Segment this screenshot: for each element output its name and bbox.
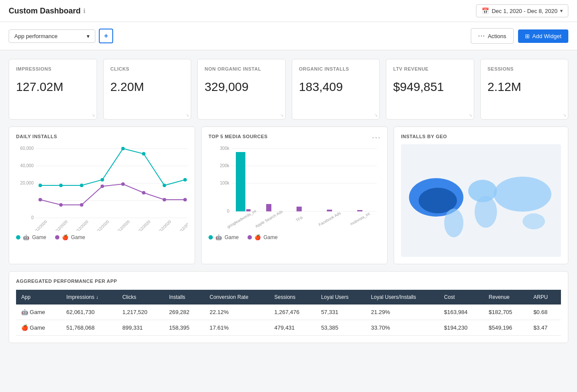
legend-media-android: 🤖 Game [209, 234, 239, 240]
header-left: Custom Dashboard ℹ [9, 6, 85, 16]
three-dots-menu[interactable]: ··· [372, 133, 381, 142]
th-loyal-usersinstalls: Loyal Users/Installs [366, 290, 439, 305]
table-cell: 62,061,730 [61, 305, 117, 320]
sa-region [444, 208, 463, 237]
svg-text:40,000: 40,000 [20, 163, 34, 168]
svg-point-11 [80, 184, 83, 187]
toolbar: App performance ▾ + ··· Actions ⊞ Add Wi… [0, 22, 577, 50]
kpi-card-sessions: SESSIONS 2.12M ↘ [480, 59, 569, 120]
daily-installs-legend: 🤖 Game 🍎 Game [16, 234, 188, 240]
bar-apple-4 [357, 210, 362, 211]
svg-point-12 [101, 178, 104, 181]
aggregated-table-title: AGGREGATED PERFORMANCE PER APP [16, 279, 561, 284]
svg-point-23 [163, 198, 166, 201]
resize-handle[interactable]: ↘ [469, 113, 472, 117]
kpi-card-clicks: CLICKS 2.20M ↘ [103, 59, 192, 120]
svg-point-16 [183, 178, 187, 181]
table-cell: $163,984 [439, 305, 483, 320]
app-performance-select[interactable]: App performance ▾ [9, 29, 95, 43]
kpi-card-ltv-revenue: LTV REVENUE $949,851 ↘ [386, 59, 474, 120]
table-cell: 53,385 [316, 320, 366, 336]
table-cell: 22.12% [204, 305, 269, 320]
resize-handle[interactable]: ↘ [563, 113, 566, 117]
table-row: 🤖 Game62,061,7301,217,520269,28222.12%1,… [16, 305, 561, 320]
th-loyal-users: Loyal Users [316, 290, 366, 305]
th-impressions-[interactable]: Impressions ↓ [61, 290, 117, 305]
actions-dots-icon: ··· [478, 32, 485, 40]
installs-geo-chart: INSTALLS BY GEO [394, 126, 568, 264]
table-cell: 899,331 [117, 320, 164, 336]
kpi-value: 2.12M [488, 80, 561, 94]
info-icon[interactable]: ℹ [83, 7, 85, 14]
table-cell: $182,705 [483, 305, 528, 320]
svg-text:Facebook Ads: Facebook Ads [318, 211, 342, 227]
legend-media-android-icon: 🤖 [215, 234, 222, 240]
svg-point-15 [163, 184, 166, 187]
svg-point-18 [59, 203, 63, 207]
table-cell: 33.70% [366, 320, 439, 336]
table-cell: 21.29% [366, 305, 439, 320]
daily-installs-title: DAILY INSTALLS [16, 134, 188, 139]
table-cell: $194,230 [439, 320, 483, 336]
th-sessions: Sessions [269, 290, 316, 305]
legend-teal-dot [16, 235, 20, 240]
kpi-value: 329,009 [205, 80, 278, 94]
africa-region [475, 196, 497, 228]
legend-media-apple: 🍎 Game [248, 234, 278, 240]
chevron-down-icon: ▾ [560, 8, 563, 14]
app-select-label: App performance [14, 33, 58, 39]
resize-handle[interactable]: ↘ [91, 113, 95, 117]
calendar-icon: 📅 [482, 7, 489, 14]
legend-media-apple-icon: 🍎 [254, 234, 261, 240]
page-title: Custom Dashboard [9, 6, 81, 16]
th-cost: Cost [439, 290, 483, 305]
bar-apple-3 [327, 210, 332, 211]
th-revenue: Revenue [483, 290, 528, 305]
legend-media-teal-dot [209, 235, 213, 240]
table-row: 🍎 Game51,768,068899,331158,39517.61%479,… [16, 320, 561, 336]
svg-point-22 [142, 191, 145, 194]
daily-installs-area: 60,000 40,000 20,000 0 [16, 144, 188, 231]
top-media-area: 300k 200k 100k 0 googleadwor [209, 144, 380, 231]
legend-apple-game: 🍎 Game [55, 234, 85, 240]
kpi-card-non-organic-instal: NON ORGANIC INSTAL 329,009 ↘ [197, 59, 286, 120]
kpi-value: 2.20M [111, 80, 184, 94]
svg-point-10 [59, 184, 63, 187]
svg-point-13 [121, 147, 125, 150]
resize-handle[interactable]: ↘ [186, 113, 189, 117]
bar-apple-1 [266, 204, 271, 211]
svg-text:07/12/2020: 07/12/2020 [155, 219, 172, 231]
aggregated-table: AppImpressions ↓ClicksInstallsConversion… [16, 290, 561, 336]
table-cell: $549,196 [483, 320, 528, 336]
main-content: IMPRESSIONS 127.02M ↘ CLICKS 2.20M ↘ NON… [0, 50, 577, 352]
legend-android-game: 🤖 Game [16, 234, 46, 240]
th-installs: Installs [164, 290, 205, 305]
actions-label: Actions [488, 33, 506, 39]
bar-apple-0 [246, 209, 251, 211]
svg-point-20 [101, 185, 104, 188]
th-clicks: Clicks [117, 290, 164, 305]
svg-text:06/12/2020: 06/12/2020 [134, 219, 151, 231]
kpi-card-organic-installs: ORGANIC INSTALLS 183,409 ↘ [292, 59, 380, 120]
svg-text:0: 0 [31, 215, 34, 220]
legend-media-apple-label: Game [264, 234, 278, 240]
add-tab-button[interactable]: + [99, 29, 113, 43]
table-cell: 1,267,476 [269, 305, 316, 320]
resize-handle[interactable]: ↘ [280, 113, 284, 117]
actions-button[interactable]: ··· Actions [471, 28, 514, 44]
kpi-label: NON ORGANIC INSTAL [205, 66, 278, 71]
resize-handle[interactable]: ↘ [374, 113, 378, 117]
legend-android-label: Game [32, 234, 46, 240]
add-widget-button[interactable]: ⊞ Add Widget [518, 29, 568, 43]
svg-text:04/12/2020: 04/12/2020 [93, 219, 110, 231]
legend-media-purple-dot [248, 235, 252, 240]
table-cell: 🤖 Game [16, 305, 61, 320]
legend-purple-dot [55, 235, 59, 240]
svg-text:googleadwords_int: googleadwords_int [226, 209, 257, 229]
svg-text:03/12/2020: 03/12/2020 [72, 219, 89, 231]
svg-point-9 [39, 184, 42, 187]
kpi-label: ORGANIC INSTALLS [299, 66, 373, 71]
date-range-picker[interactable]: 📅 Dec 1, 2020 - Dec 8, 2020 ▾ [476, 4, 568, 17]
svg-text:08/12/2020: 08/12/2020 [176, 219, 188, 231]
th-arpu: ARPU [528, 290, 561, 305]
